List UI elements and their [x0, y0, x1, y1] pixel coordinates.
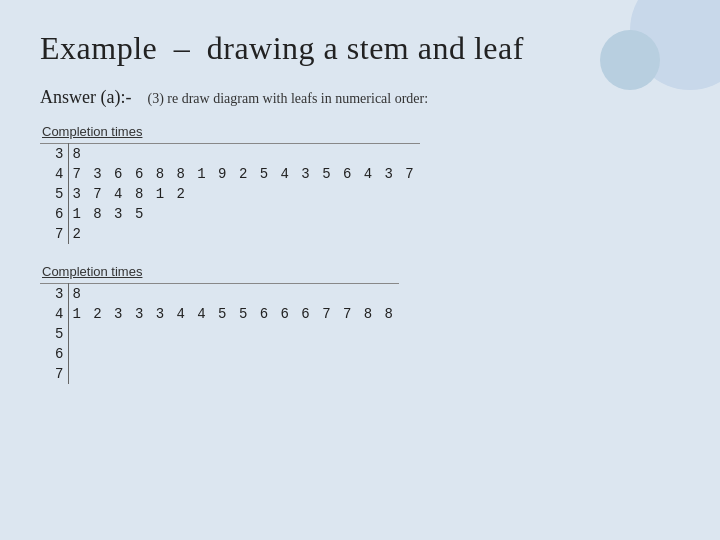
table2-section: Completion times 3 8 4 1 2 3 3 3 4 4 5 5…	[40, 264, 680, 384]
title-dash: –	[174, 30, 191, 66]
leaf-cell: 2	[68, 224, 420, 244]
stem-cell: 4	[40, 304, 68, 324]
leaf-cell: 3 7 4 8 1 2	[68, 184, 420, 204]
content-area: Example – drawing a stem and leaf Answer…	[0, 0, 720, 434]
table-row: 5	[40, 324, 399, 344]
leaf-cell: 8	[68, 144, 420, 165]
stem-cell: 3	[40, 284, 68, 305]
leaf-cell: 7 3 6 6 8 8 1 9 2 5 4 3 5 6 4 3 7	[68, 164, 420, 184]
stem-cell: 6	[40, 204, 68, 224]
stem-cell: 5	[40, 324, 68, 344]
stem-cell: 5	[40, 184, 68, 204]
leaf-cell	[68, 364, 399, 384]
table-row: 4 7 3 6 6 8 8 1 9 2 5 4 3 5 6 4 3 7	[40, 164, 420, 184]
table1: 3 8 4 7 3 6 6 8 8 1 9 2 5 4 3 5 6 4 3 7 …	[40, 143, 420, 244]
table-row: 3 8	[40, 144, 420, 165]
leaf-cell: 1 2 3 3 3 4 4 5 5 6 6 6 7 7 8 8	[68, 304, 399, 324]
table1-section: Completion times 3 8 4 7 3 6 6 8 8 1 9 2…	[40, 124, 680, 244]
stem-cell: 3	[40, 144, 68, 165]
table2-label: Completion times	[40, 264, 680, 279]
table-row: 6 1 8 3 5	[40, 204, 420, 224]
leaf-cell: 1 8 3 5	[68, 204, 420, 224]
title-main: Example	[40, 30, 157, 66]
table-row: 7 2	[40, 224, 420, 244]
table2: 3 8 4 1 2 3 3 3 4 4 5 5 6 6 6 7 7 8 8 5 …	[40, 283, 399, 384]
page-title: Example – drawing a stem and leaf	[40, 30, 680, 67]
stem-cell: 7	[40, 364, 68, 384]
leaf-cell: 8	[68, 284, 399, 305]
stem-cell: 4	[40, 164, 68, 184]
page: Example – drawing a stem and leaf Answer…	[0, 0, 720, 540]
table1-label: Completion times	[40, 124, 680, 139]
table-row: 4 1 2 3 3 3 4 4 5 5 6 6 6 7 7 8 8	[40, 304, 399, 324]
answer-line: Answer (a):- (3) re draw diagram with le…	[40, 87, 680, 108]
table-row: 3 8	[40, 284, 399, 305]
leaf-cell	[68, 344, 399, 364]
stem-cell: 6	[40, 344, 68, 364]
answer-instruction: (3) re draw diagram with leafs in numeri…	[147, 91, 428, 107]
stem-cell: 7	[40, 224, 68, 244]
table-row: 7	[40, 364, 399, 384]
answer-label: Answer (a):-	[40, 87, 131, 108]
leaf-cell	[68, 324, 399, 344]
table-row: 5 3 7 4 8 1 2	[40, 184, 420, 204]
title-sub: drawing a stem and leaf	[207, 30, 524, 66]
table-row: 6	[40, 344, 399, 364]
